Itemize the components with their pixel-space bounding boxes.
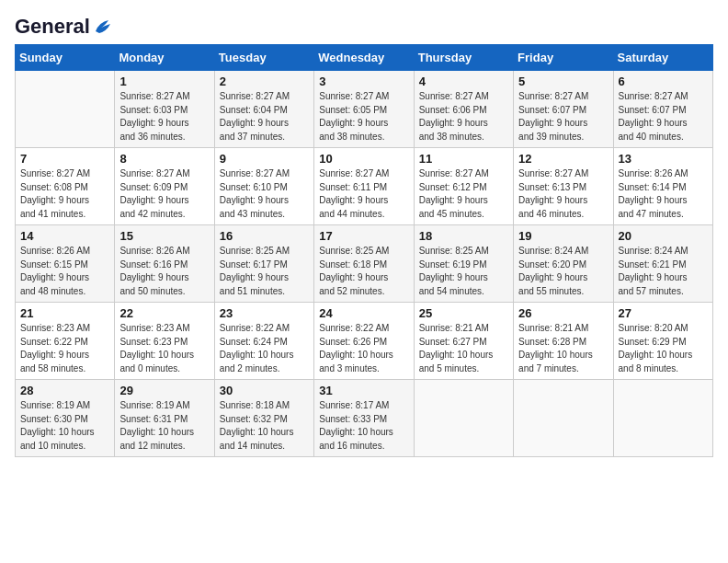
calendar-cell: 27Sunrise: 8:20 AMSunset: 6:29 PMDayligh… <box>613 303 712 380</box>
day-number: 3 <box>319 75 408 88</box>
day-info: Sunrise: 8:17 AMSunset: 6:33 PMDaylight:… <box>319 399 408 453</box>
calendar-cell: 14Sunrise: 8:26 AMSunset: 6:15 PMDayligh… <box>16 225 115 303</box>
calendar-cell: 18Sunrise: 8:25 AMSunset: 6:19 PMDayligh… <box>414 225 513 303</box>
calendar-cell: 4Sunrise: 8:27 AMSunset: 6:06 PMDaylight… <box>414 71 513 148</box>
calendar-cell: 3Sunrise: 8:27 AMSunset: 6:05 PMDaylight… <box>314 71 414 148</box>
day-number: 11 <box>419 152 508 166</box>
day-number: 13 <box>619 152 708 166</box>
day-number: 18 <box>419 229 508 243</box>
day-number: 17 <box>319 229 408 243</box>
day-number: 31 <box>319 384 408 397</box>
day-info: Sunrise: 8:25 AMSunset: 6:18 PMDaylight:… <box>319 245 408 298</box>
weekday-header-sunday: Sunday <box>16 45 115 71</box>
weekday-header-row: SundayMondayTuesdayWednesdayThursdayFrid… <box>16 45 713 71</box>
day-number: 22 <box>119 306 209 320</box>
day-info: Sunrise: 8:26 AMSunset: 6:14 PMDaylight:… <box>619 167 708 221</box>
day-number: 27 <box>619 306 708 320</box>
day-info: Sunrise: 8:21 AMSunset: 6:28 PMDaylight:… <box>518 322 608 375</box>
calendar-cell <box>414 380 513 457</box>
day-number: 16 <box>220 229 309 243</box>
day-info: Sunrise: 8:24 AMSunset: 6:21 PMDaylight:… <box>619 245 708 298</box>
day-info: Sunrise: 8:27 AMSunset: 6:04 PMDaylight:… <box>220 90 309 144</box>
day-info: Sunrise: 8:27 AMSunset: 6:06 PMDaylight:… <box>419 90 508 144</box>
day-info: Sunrise: 8:27 AMSunset: 6:09 PMDaylight:… <box>119 167 209 221</box>
day-info: Sunrise: 8:25 AMSunset: 6:17 PMDaylight:… <box>220 245 309 298</box>
calendar-cell: 5Sunrise: 8:27 AMSunset: 6:07 PMDaylight… <box>514 71 613 148</box>
day-info: Sunrise: 8:27 AMSunset: 6:12 PMDaylight:… <box>419 167 508 221</box>
day-number: 30 <box>220 384 309 397</box>
day-info: Sunrise: 8:27 AMSunset: 6:07 PMDaylight:… <box>518 90 608 144</box>
calendar-cell: 20Sunrise: 8:24 AMSunset: 6:21 PMDayligh… <box>613 225 712 303</box>
calendar-week-3: 21Sunrise: 8:23 AMSunset: 6:22 PMDayligh… <box>16 303 713 380</box>
calendar-cell: 21Sunrise: 8:23 AMSunset: 6:22 PMDayligh… <box>16 303 115 380</box>
calendar-week-2: 14Sunrise: 8:26 AMSunset: 6:15 PMDayligh… <box>16 225 713 303</box>
calendar-cell: 25Sunrise: 8:21 AMSunset: 6:27 PMDayligh… <box>414 303 513 380</box>
day-info: Sunrise: 8:20 AMSunset: 6:29 PMDaylight:… <box>619 322 708 375</box>
calendar-cell <box>613 380 712 457</box>
day-number: 15 <box>119 229 209 243</box>
calendar-body: 1Sunrise: 8:27 AMSunset: 6:03 PMDaylight… <box>16 71 713 457</box>
calendar-cell <box>16 71 115 148</box>
day-number: 9 <box>220 152 309 166</box>
day-info: Sunrise: 8:27 AMSunset: 6:13 PMDaylight:… <box>518 167 608 221</box>
day-number: 20 <box>619 229 708 243</box>
day-number: 10 <box>319 152 408 166</box>
calendar-cell: 26Sunrise: 8:21 AMSunset: 6:28 PMDayligh… <box>514 303 613 380</box>
calendar-cell: 31Sunrise: 8:17 AMSunset: 6:33 PMDayligh… <box>314 380 414 457</box>
calendar-cell: 23Sunrise: 8:22 AMSunset: 6:24 PMDayligh… <box>214 303 313 380</box>
calendar-week-1: 7Sunrise: 8:27 AMSunset: 6:08 PMDaylight… <box>16 148 713 225</box>
weekday-header-wednesday: Wednesday <box>314 45 414 71</box>
logo-text-general: General <box>15 15 90 39</box>
calendar-cell: 29Sunrise: 8:19 AMSunset: 6:31 PMDayligh… <box>115 380 214 457</box>
day-number: 29 <box>119 384 209 397</box>
day-info: Sunrise: 8:22 AMSunset: 6:26 PMDaylight:… <box>319 322 408 375</box>
calendar-cell: 6Sunrise: 8:27 AMSunset: 6:07 PMDaylight… <box>613 71 712 148</box>
day-number: 12 <box>518 152 608 166</box>
calendar-cell: 2Sunrise: 8:27 AMSunset: 6:04 PMDaylight… <box>214 71 313 148</box>
calendar-week-0: 1Sunrise: 8:27 AMSunset: 6:03 PMDaylight… <box>16 71 713 148</box>
calendar-cell: 28Sunrise: 8:19 AMSunset: 6:30 PMDayligh… <box>16 380 115 457</box>
day-info: Sunrise: 8:27 AMSunset: 6:10 PMDaylight:… <box>220 167 309 221</box>
day-info: Sunrise: 8:24 AMSunset: 6:20 PMDaylight:… <box>518 245 608 298</box>
calendar-week-4: 28Sunrise: 8:19 AMSunset: 6:30 PMDayligh… <box>16 380 713 457</box>
weekday-header-friday: Friday <box>514 45 613 71</box>
day-info: Sunrise: 8:27 AMSunset: 6:05 PMDaylight:… <box>319 90 408 144</box>
calendar-cell: 24Sunrise: 8:22 AMSunset: 6:26 PMDayligh… <box>314 303 414 380</box>
weekday-header-thursday: Thursday <box>414 45 513 71</box>
day-info: Sunrise: 8:27 AMSunset: 6:03 PMDaylight:… <box>119 90 209 144</box>
day-number: 26 <box>518 306 608 320</box>
day-info: Sunrise: 8:23 AMSunset: 6:22 PMDaylight:… <box>20 322 109 375</box>
day-number: 14 <box>20 229 109 243</box>
weekday-header-tuesday: Tuesday <box>214 45 313 71</box>
day-number: 19 <box>518 229 608 243</box>
calendar-cell: 12Sunrise: 8:27 AMSunset: 6:13 PMDayligh… <box>514 148 613 225</box>
calendar-cell: 19Sunrise: 8:24 AMSunset: 6:20 PMDayligh… <box>514 225 613 303</box>
calendar-cell: 17Sunrise: 8:25 AMSunset: 6:18 PMDayligh… <box>314 225 414 303</box>
day-info: Sunrise: 8:26 AMSunset: 6:16 PMDaylight:… <box>119 245 209 298</box>
day-info: Sunrise: 8:26 AMSunset: 6:15 PMDaylight:… <box>20 245 109 298</box>
day-info: Sunrise: 8:23 AMSunset: 6:23 PMDaylight:… <box>119 322 209 375</box>
day-info: Sunrise: 8:22 AMSunset: 6:24 PMDaylight:… <box>220 322 309 375</box>
calendar-cell: 1Sunrise: 8:27 AMSunset: 6:03 PMDaylight… <box>115 71 214 148</box>
day-info: Sunrise: 8:25 AMSunset: 6:19 PMDaylight:… <box>419 245 508 298</box>
calendar-cell: 16Sunrise: 8:25 AMSunset: 6:17 PMDayligh… <box>214 225 313 303</box>
day-info: Sunrise: 8:19 AMSunset: 6:31 PMDaylight:… <box>119 399 209 453</box>
day-number: 5 <box>518 75 608 88</box>
calendar-table: SundayMondayTuesdayWednesdayThursdayFrid… <box>15 44 713 457</box>
day-number: 24 <box>319 306 408 320</box>
calendar-cell: 30Sunrise: 8:18 AMSunset: 6:32 PMDayligh… <box>214 380 313 457</box>
day-number: 21 <box>20 306 109 320</box>
day-number: 8 <box>119 152 209 166</box>
day-number: 1 <box>119 75 209 88</box>
day-number: 4 <box>419 75 508 88</box>
weekday-header-monday: Monday <box>115 45 214 71</box>
calendar-cell: 11Sunrise: 8:27 AMSunset: 6:12 PMDayligh… <box>414 148 513 225</box>
day-number: 6 <box>619 75 708 88</box>
day-info: Sunrise: 8:19 AMSunset: 6:30 PMDaylight:… <box>20 399 109 453</box>
day-number: 2 <box>220 75 309 88</box>
calendar-cell <box>514 380 613 457</box>
logo: General <box>15 15 112 35</box>
calendar-cell: 9Sunrise: 8:27 AMSunset: 6:10 PMDaylight… <box>214 148 313 225</box>
day-number: 25 <box>419 306 508 320</box>
calendar-cell: 8Sunrise: 8:27 AMSunset: 6:09 PMDaylight… <box>115 148 214 225</box>
